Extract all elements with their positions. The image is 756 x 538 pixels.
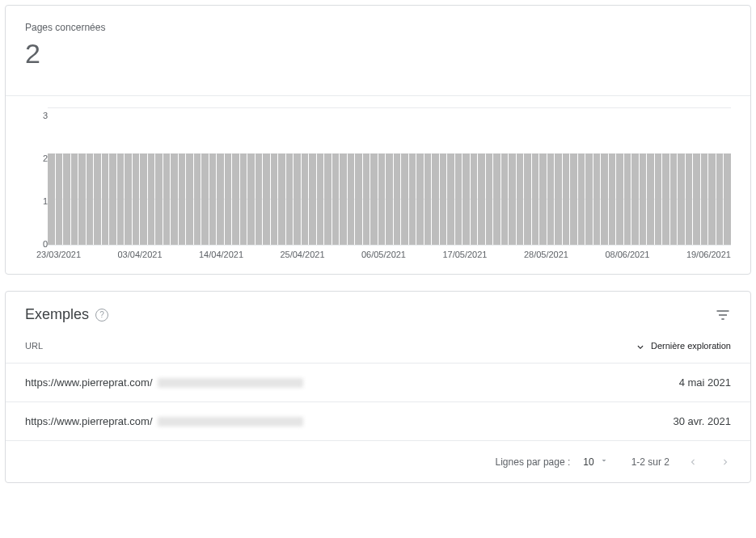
last-crawl-cell: 4 mai 2021: [602, 376, 731, 389]
chart-bar: [363, 153, 370, 245]
chart-bar: [501, 153, 509, 245]
chart-bar: [209, 153, 217, 245]
chart-bar: [455, 153, 462, 245]
url-prefix: https://www.pierreprat.com/: [25, 376, 153, 389]
chart-bars: [48, 107, 731, 245]
chart-bar: [655, 153, 662, 245]
url-prefix: https://www.pierreprat.com/: [25, 415, 153, 427]
chart-bar: [302, 153, 309, 245]
chart-bar: [517, 153, 524, 245]
chart-bar: [148, 153, 155, 245]
x-tick: 14/04/2021: [199, 250, 243, 259]
filter-icon[interactable]: [715, 307, 731, 323]
chart-area: 3210 23/03/202103/04/202114/04/202125/04…: [6, 96, 750, 274]
last-crawl-cell: 30 avr. 2021: [602, 415, 731, 427]
pagination-next[interactable]: [720, 456, 731, 468]
pagination: Lignes par page : 10 1-2 sur 2: [6, 441, 750, 482]
chart-bar: [125, 153, 132, 245]
chart-bar: [432, 153, 439, 245]
chart-bar: [601, 153, 608, 245]
chart-bar: [555, 153, 562, 245]
rows-per-page-label: Lignes par page :: [496, 456, 571, 468]
chart-bar: [670, 153, 678, 245]
chart-bar: [317, 153, 324, 245]
chart-bar: [332, 153, 340, 245]
chart-bar: [186, 153, 193, 245]
table-header: URL Dernière exploration: [6, 328, 750, 364]
chart-bar: [585, 153, 593, 245]
column-last-crawl-label: Dernière exploration: [651, 341, 731, 351]
chart-bar: [109, 153, 116, 245]
chart-bar: [71, 153, 78, 245]
rows-per-page-select[interactable]: 10: [578, 452, 613, 471]
chart-bar: [693, 153, 700, 245]
chart-bar: [155, 153, 163, 245]
chart-bar: [140, 153, 147, 245]
chart-bar: [324, 153, 332, 245]
help-icon[interactable]: ?: [95, 309, 108, 322]
chart-bar: [440, 153, 447, 245]
y-tick: 1: [36, 197, 48, 206]
chart-bar: [647, 153, 654, 245]
chart-bar: [401, 153, 408, 245]
examples-title: Exemples ?: [25, 306, 108, 323]
chart-bar: [94, 153, 101, 245]
chart-bar: [48, 153, 55, 245]
chart-bar: [217, 153, 224, 245]
pagination-prev[interactable]: [687, 456, 699, 468]
arrow-down-icon: [635, 340, 646, 351]
table-row[interactable]: https://www.pierreprat.com/4 mai 2021: [6, 364, 750, 402]
chart-bar: [386, 153, 393, 245]
x-tick: 25/04/2021: [280, 250, 324, 259]
chart-bar: [471, 153, 478, 245]
chart-bar: [309, 153, 316, 245]
chart-bar: [56, 153, 63, 245]
chart-bar: [631, 153, 639, 245]
chart-bar: [462, 153, 470, 245]
x-axis: 23/03/202103/04/202114/04/202125/04/2021…: [36, 250, 731, 259]
chart-bar: [447, 153, 454, 245]
rows-per-page-value: 10: [583, 456, 593, 468]
chart-bar: [416, 153, 424, 245]
chart-bar: [640, 153, 647, 245]
chart-bar: [117, 153, 125, 245]
chart-bar: [394, 153, 401, 245]
column-last-crawl[interactable]: Dernière exploration: [602, 340, 731, 351]
chart-bar: [163, 153, 171, 245]
chart-bar: [232, 153, 239, 245]
chart-bar: [133, 153, 140, 245]
chart-bar: [716, 153, 724, 245]
url-cell: https://www.pierreprat.com/: [25, 415, 602, 427]
chart-bar: [201, 153, 209, 245]
chart-bar: [355, 153, 362, 245]
chart-bar: [424, 153, 432, 245]
column-url[interactable]: URL: [25, 341, 602, 351]
chart-bar: [493, 153, 500, 245]
chart-bar: [524, 153, 531, 245]
chart-bar: [409, 153, 416, 245]
chart-bar: [624, 153, 631, 245]
chart-bar: [509, 153, 516, 245]
chart-bar: [194, 153, 201, 245]
table-row[interactable]: https://www.pierreprat.com/30 avr. 2021: [6, 402, 750, 441]
chart-bar: [478, 153, 485, 245]
y-tick: 3: [36, 111, 48, 120]
metric-label: Pages concernées: [25, 22, 731, 33]
chart-bar: [570, 153, 577, 245]
x-tick: 23/03/2021: [36, 250, 81, 259]
chart-bar: [278, 153, 285, 245]
metric-value: 2: [25, 38, 731, 69]
chart-bar: [547, 153, 555, 245]
y-tick: 0: [36, 240, 48, 249]
chart-bar: [87, 153, 94, 245]
url-redacted: [158, 378, 303, 388]
x-tick: 06/05/2021: [361, 250, 406, 259]
x-tick: 03/04/2021: [117, 250, 162, 259]
chart-bar: [179, 153, 186, 245]
chart-bar: [563, 153, 570, 245]
chart-bar: [294, 153, 301, 245]
chart-bar: [678, 153, 685, 245]
y-tick: 2: [36, 154, 48, 163]
x-tick: 28/05/2021: [524, 250, 568, 259]
chart-bar: [593, 153, 601, 245]
